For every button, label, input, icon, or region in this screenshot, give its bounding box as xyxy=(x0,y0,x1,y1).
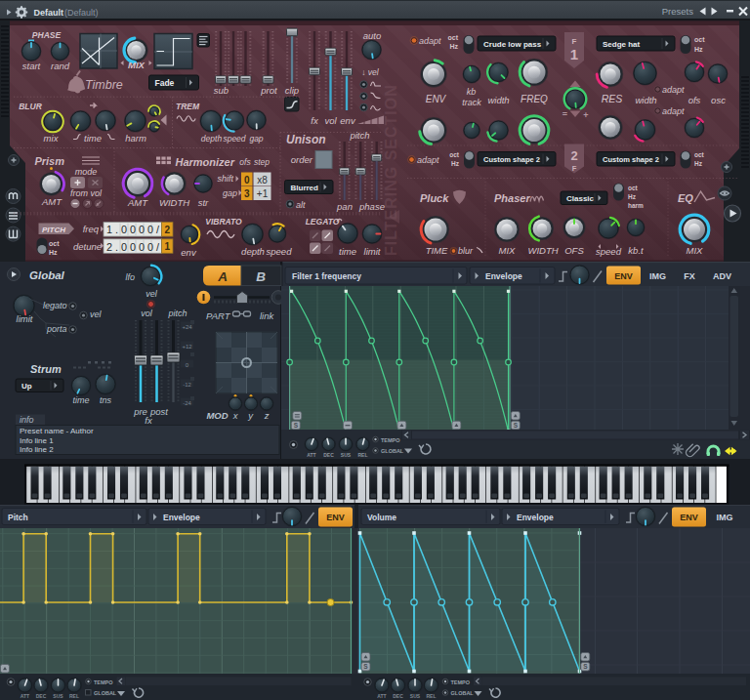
svg-text:oct: oct xyxy=(49,240,60,247)
svg-text:ATT: ATT xyxy=(307,452,315,458)
svg-text:Presets: Presets xyxy=(662,6,693,17)
svg-text:Hz: Hz xyxy=(694,46,703,53)
svg-text:2 . 0 0 0 0 /: 2 . 0 0 0 0 / xyxy=(106,241,160,253)
svg-text:SUS: SUS xyxy=(341,452,352,458)
svg-text:adapt: adapt xyxy=(419,36,441,46)
svg-text:0: 0 xyxy=(244,175,250,185)
svg-text:Hz: Hz xyxy=(628,193,637,200)
svg-text:adapt: adapt xyxy=(662,85,685,95)
svg-text:Hz: Hz xyxy=(449,43,458,50)
svg-text:TEMPO: TEMPO xyxy=(451,679,471,685)
svg-text:Envelope: Envelope xyxy=(517,513,554,522)
svg-text:kb: kb xyxy=(467,87,477,97)
svg-text:speed: speed xyxy=(267,246,293,257)
svg-text:mode: mode xyxy=(75,167,98,177)
svg-text:OFS: OFS xyxy=(564,245,584,256)
svg-text:blur: blur xyxy=(458,246,474,256)
svg-text:legato: legato xyxy=(43,301,67,310)
svg-text:limit: limit xyxy=(17,313,33,324)
svg-text:DEC: DEC xyxy=(36,693,47,699)
svg-text:gap: gap xyxy=(249,134,263,144)
svg-text:start: start xyxy=(22,61,41,71)
svg-text:env: env xyxy=(340,115,356,126)
svg-text:str: str xyxy=(198,197,209,208)
svg-text:WIDTH: WIDTH xyxy=(527,245,558,256)
svg-text:z: z xyxy=(264,410,270,421)
svg-text:pitch: pitch xyxy=(349,130,369,141)
svg-text:GLOBAL: GLOBAL xyxy=(451,690,475,696)
svg-text:MIX: MIX xyxy=(687,245,704,256)
svg-text:limit: limit xyxy=(364,246,381,257)
svg-text:env: env xyxy=(181,247,197,258)
svg-text:Crude low pass: Crude low pass xyxy=(483,40,542,49)
svg-text:DEC: DEC xyxy=(323,452,334,458)
svg-text:lfo: lfo xyxy=(125,272,135,282)
svg-text:width: width xyxy=(487,95,509,105)
svg-text:x8: x8 xyxy=(257,175,268,185)
svg-text:Info line 1: Info line 1 xyxy=(20,436,54,445)
svg-text:vel: vel xyxy=(90,309,103,319)
svg-text:Envelope: Envelope xyxy=(485,271,522,281)
svg-text:AMT: AMT xyxy=(41,196,62,207)
svg-text:FREQ: FREQ xyxy=(521,94,548,104)
svg-text:TEMPO: TEMPO xyxy=(381,437,400,443)
svg-text:A: A xyxy=(217,269,228,284)
svg-text:IMG: IMG xyxy=(649,271,666,281)
svg-text:+1: +1 xyxy=(257,188,269,199)
svg-text:Info line 2: Info line 2 xyxy=(20,445,54,454)
svg-text:gap: gap xyxy=(223,188,237,198)
svg-text:vol: vol xyxy=(141,309,153,318)
svg-text:=: = xyxy=(562,109,567,119)
svg-text:TIME: TIME xyxy=(426,245,448,256)
svg-text:1: 1 xyxy=(164,241,170,252)
svg-text:Pitch: Pitch xyxy=(8,513,28,522)
svg-text:fx: fx xyxy=(311,115,319,126)
svg-text:2: 2 xyxy=(164,225,170,235)
svg-text:pitch: pitch xyxy=(167,309,187,318)
svg-text:SUS: SUS xyxy=(53,693,63,699)
svg-text:clip: clip xyxy=(285,85,299,96)
svg-text:+24: +24 xyxy=(182,324,192,330)
svg-text:alt: alt xyxy=(296,200,306,210)
svg-text:Envelope: Envelope xyxy=(163,513,200,522)
svg-text:WIDTH: WIDTH xyxy=(159,197,189,208)
svg-text:tns: tns xyxy=(100,395,112,405)
svg-text:Unison: Unison xyxy=(286,133,326,146)
svg-text:Timbre: Timbre xyxy=(85,78,123,92)
svg-text:RES: RES xyxy=(602,93,623,104)
svg-text:pan: pan xyxy=(336,201,353,212)
svg-text:order: order xyxy=(291,154,313,165)
svg-text:Harmonizer: Harmonizer xyxy=(176,156,235,168)
svg-text:REL: REL xyxy=(358,452,368,458)
svg-text:MIX: MIX xyxy=(499,245,517,256)
svg-text:Phaser: Phaser xyxy=(494,192,530,204)
svg-text:oct: oct xyxy=(694,151,705,158)
svg-text:Custom shape 2: Custom shape 2 xyxy=(603,155,659,164)
svg-text:-24: -24 xyxy=(183,400,191,406)
svg-text:time: time xyxy=(84,133,102,144)
svg-text:Global: Global xyxy=(29,269,65,281)
svg-text:F: F xyxy=(572,37,577,46)
svg-text:MIX: MIX xyxy=(128,60,146,70)
svg-text:Up: Up xyxy=(21,382,32,391)
svg-text:ENV: ENV xyxy=(680,513,698,522)
svg-text:PART: PART xyxy=(206,310,231,321)
svg-text:auto: auto xyxy=(363,30,382,41)
svg-text:Filter 1 frequency: Filter 1 frequency xyxy=(292,271,361,281)
svg-text:detune: detune xyxy=(73,241,102,252)
svg-text:S: S xyxy=(363,663,368,670)
svg-text:mix: mix xyxy=(44,133,60,144)
svg-text:Preset name - Author: Preset name - Author xyxy=(20,427,94,435)
svg-text:ADV: ADV xyxy=(713,271,731,281)
svg-text:ENV: ENV xyxy=(426,94,447,104)
svg-text:oct: oct xyxy=(448,34,459,41)
svg-text:B: B xyxy=(256,269,266,284)
svg-text:time: time xyxy=(339,246,356,257)
svg-text:+: + xyxy=(583,110,588,120)
svg-text:Fade: Fade xyxy=(155,78,175,88)
svg-text:ATT: ATT xyxy=(21,693,29,699)
svg-text:BLUR: BLUR xyxy=(19,102,42,111)
svg-text:depth: depth xyxy=(241,246,265,257)
svg-text:freq: freq xyxy=(83,224,100,234)
svg-text:oct: oct xyxy=(628,185,639,191)
